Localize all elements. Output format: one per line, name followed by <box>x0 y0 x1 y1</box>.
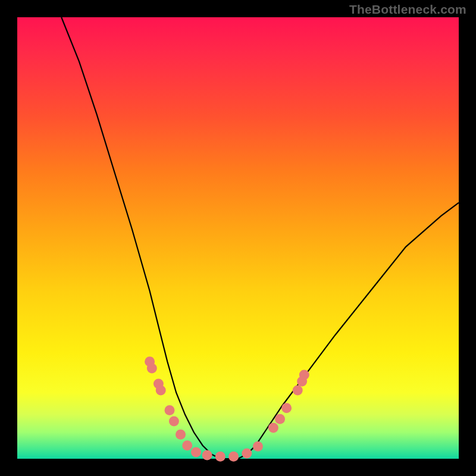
chart-svg <box>17 17 459 459</box>
plot-area <box>17 17 459 459</box>
data-marker <box>156 386 166 396</box>
data-marker <box>268 423 278 433</box>
data-marker <box>242 449 252 459</box>
chart-stage: TheBottleneck.com <box>0 0 476 476</box>
data-marker <box>228 452 239 462</box>
data-marker <box>215 452 226 462</box>
data-marker <box>299 370 309 380</box>
data-marker <box>176 430 186 440</box>
data-marker <box>275 414 285 424</box>
data-marker <box>253 441 263 452</box>
data-marker <box>191 447 201 457</box>
data-marker <box>293 386 303 396</box>
data-marker <box>147 363 157 373</box>
data-marker <box>281 403 292 413</box>
data-marker <box>169 416 179 426</box>
data-marker <box>182 440 192 450</box>
data-marker <box>165 405 175 415</box>
data-marker <box>202 450 212 461</box>
bottleneck-curve <box>61 17 459 459</box>
marker-group <box>145 356 309 462</box>
watermark-text: TheBottleneck.com <box>349 2 466 17</box>
